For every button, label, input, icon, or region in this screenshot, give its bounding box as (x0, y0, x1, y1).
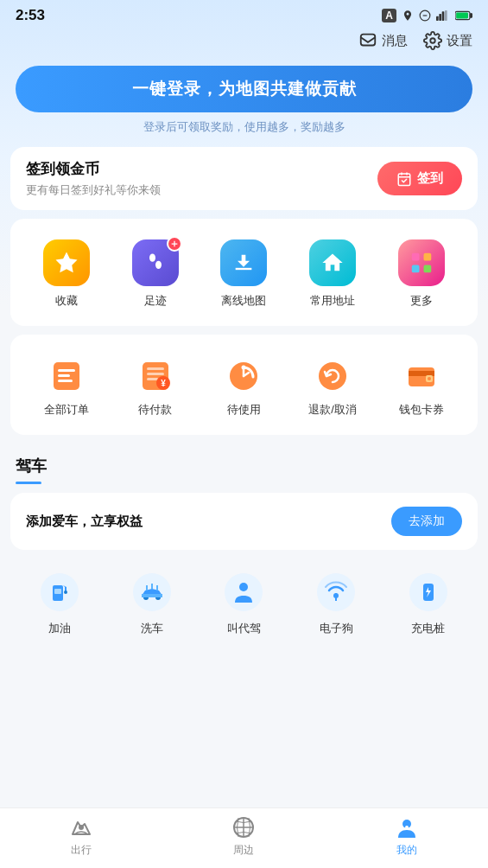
login-banner-text: 一键登录，为地图共建做贡献 (132, 80, 357, 98)
svg-rect-7 (470, 14, 472, 18)
grid-icon (409, 250, 434, 276)
gas-icon (41, 573, 79, 611)
icon-more-label: 更多 (410, 293, 433, 309)
svg-rect-23 (58, 374, 70, 377)
svg-rect-26 (147, 367, 164, 370)
nav-nearby[interactable]: 周边 (162, 815, 325, 858)
icon-more[interactable]: 更多 (377, 239, 466, 309)
icon-offline-map[interactable]: 离线地图 (200, 239, 288, 309)
nav-mine[interactable]: 我的 (326, 815, 488, 858)
icon-footprint-label: 足迹 (144, 293, 167, 309)
wallet-icon (405, 361, 438, 392)
order-all[interactable]: 全部订单 (22, 357, 111, 418)
svg-rect-47 (142, 594, 162, 597)
bottom-nav: 出行 周边 我的 (0, 807, 488, 868)
quick-icons-grid: 收藏 足迹 离线地图 (19, 233, 469, 312)
svg-point-35 (319, 362, 346, 390)
svg-rect-3 (439, 14, 441, 21)
svg-point-49 (239, 583, 248, 591)
settings-action[interactable]: 设置 (423, 31, 472, 50)
checkin-card: 签到领金币 更有每日签到好礼等你来领 签到 (10, 147, 478, 210)
svg-rect-20 (423, 265, 431, 273)
message-label: 消息 (382, 33, 408, 49)
refund-icon (316, 361, 349, 392)
all-orders-icon (50, 361, 83, 392)
order-icons-card: 全部订单 ¥ 待付款 (10, 335, 478, 435)
sim-icon: A (382, 9, 396, 22)
dnd-icon (419, 10, 431, 22)
drive-chauffeur[interactable]: 叫代驾 (198, 571, 290, 636)
status-icons: A (382, 9, 472, 22)
svg-point-43 (64, 590, 67, 594)
charge-icon (409, 573, 447, 611)
drive-title: 驾车 (16, 457, 47, 475)
checkin-info: 签到领金币 更有每日签到好礼等你来领 (26, 159, 161, 198)
login-sub-text: 登录后可领取奖励，使用越多，奖励越多 (0, 119, 488, 135)
drive-charge[interactable]: 充电桩 (382, 571, 474, 636)
order-pending-use[interactable]: 待使用 (200, 357, 288, 418)
drive-title-underline (16, 482, 41, 484)
svg-rect-18 (423, 253, 431, 261)
svg-point-55 (79, 825, 84, 830)
drive-charge-label: 充电桩 (411, 621, 445, 636)
order-refund[interactable]: 退款/取消 (288, 357, 377, 418)
login-banner[interactable]: 一键登录，为地图共建做贡献 (16, 66, 472, 112)
icon-common-addr-label: 常用地址 (310, 293, 355, 309)
svg-rect-5 (445, 10, 447, 21)
status-time: 2:53 (16, 7, 45, 24)
message-icon (358, 31, 377, 50)
footprint-icon (143, 251, 168, 275)
svg-rect-2 (436, 16, 439, 21)
add-car-text: 添加爱车，立享权益 (26, 514, 143, 530)
drive-radar[interactable]: 电子狗 (290, 571, 383, 636)
drive-gas[interactable]: 加油 (14, 571, 106, 636)
nav-travel-label: 出行 (71, 843, 92, 858)
add-car-button[interactable]: 去添加 (391, 507, 462, 536)
home-icon (320, 251, 345, 275)
order-pending-use-label: 待使用 (227, 402, 261, 418)
settings-label: 设置 (447, 33, 472, 49)
order-icons-grid: 全部订单 ¥ 待付款 (19, 348, 469, 421)
svg-rect-42 (54, 589, 61, 594)
svg-point-48 (225, 573, 263, 611)
message-action[interactable]: 消息 (358, 31, 408, 50)
icon-offline-map-label: 离线地图 (221, 293, 266, 309)
add-car-banner: 添加爱车，立享权益 去添加 (10, 493, 478, 550)
order-wallet[interactable]: 钱包卡券 (377, 357, 466, 418)
order-pending-pay[interactable]: ¥ 待付款 (111, 357, 200, 418)
svg-point-16 (155, 261, 162, 269)
top-actions: 消息 设置 (0, 28, 488, 57)
battery-icon (455, 10, 472, 21)
travel-nav-icon (69, 815, 93, 839)
drive-carwash[interactable]: 洗车 (106, 571, 199, 636)
svg-rect-8 (456, 13, 468, 19)
svg-rect-11 (398, 174, 410, 186)
svg-rect-27 (147, 373, 164, 375)
pending-pay-icon: ¥ (139, 361, 172, 392)
drive-section-header: 驾车 (0, 444, 488, 480)
svg-point-50 (317, 573, 355, 611)
checkin-calendar-icon (396, 171, 412, 187)
quick-icons-card: 收藏 足迹 离线地图 (10, 219, 478, 326)
mine-nav-icon (395, 815, 419, 839)
checkin-button[interactable]: 签到 (377, 162, 462, 195)
icon-common-addr[interactable]: 常用地址 (288, 239, 377, 309)
order-all-label: 全部订单 (44, 402, 89, 418)
download-icon (231, 251, 256, 275)
carwash-icon (133, 573, 171, 611)
signal-icon (436, 10, 450, 22)
order-refund-label: 退款/取消 (308, 402, 357, 418)
nav-travel[interactable]: 出行 (0, 815, 162, 858)
nav-mine-label: 我的 (396, 843, 417, 858)
drive-gas-label: 加油 (48, 621, 71, 636)
svg-rect-17 (411, 253, 419, 261)
order-wallet-label: 钱包卡券 (399, 402, 444, 418)
icon-footprint[interactable]: 足迹 (111, 239, 200, 309)
settings-icon (423, 31, 442, 50)
checkin-btn-label: 签到 (417, 170, 443, 187)
svg-text:¥: ¥ (161, 379, 166, 388)
drive-items-grid: 加油 洗车 (10, 558, 478, 645)
icon-favorites[interactable]: 收藏 (22, 239, 111, 309)
drive-radar-label: 电子狗 (320, 621, 353, 636)
svg-point-39 (428, 377, 431, 380)
